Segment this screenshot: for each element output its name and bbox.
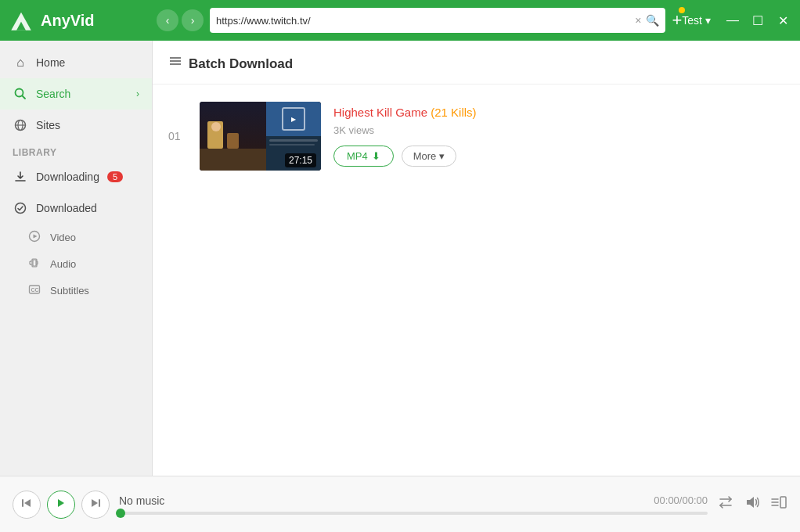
downloaded-icon bbox=[13, 200, 28, 216]
downloading-badge: 5 bbox=[107, 171, 123, 182]
sites-icon bbox=[13, 117, 28, 133]
sidebar-label-sites: Sites bbox=[36, 119, 60, 131]
svg-marker-24 bbox=[747, 497, 754, 508]
batch-download-icon bbox=[168, 55, 182, 73]
sidebar-label-downloaded: Downloaded bbox=[36, 202, 97, 214]
url-text: https://www.twitch.tv/ bbox=[216, 15, 630, 27]
sidebar-item-downloading[interactable]: Downloading 5 bbox=[0, 161, 152, 192]
library-section-label: Library bbox=[0, 141, 152, 161]
username: Test bbox=[682, 14, 702, 27]
back-button[interactable]: ‹ bbox=[157, 9, 178, 31]
logo-icon bbox=[8, 7, 34, 34]
svg-line-3 bbox=[23, 96, 26, 99]
video-icon bbox=[28, 230, 42, 244]
svg-marker-20 bbox=[24, 499, 31, 507]
prev-button[interactable] bbox=[13, 491, 41, 519]
nav-arrows: ‹ › bbox=[157, 9, 204, 31]
svg-line-13 bbox=[30, 264, 31, 265]
title-bar: AnyVid ‹ › https://www.twitch.tv/ × 🔍 + … bbox=[0, 0, 800, 41]
subtitles-icon: CC bbox=[28, 283, 42, 297]
repeat-button[interactable] bbox=[717, 494, 734, 515]
sidebar-item-downloaded[interactable]: Downloaded bbox=[0, 192, 152, 224]
next-icon bbox=[90, 498, 101, 511]
player-controls bbox=[13, 491, 110, 519]
sidebar-label-search: Search bbox=[36, 88, 70, 100]
duration-overlay: 27:15 bbox=[200, 150, 321, 171]
sidebar-item-home[interactable]: ⌂ Home bbox=[0, 47, 152, 78]
player-bar: No music 00:00/00:00 bbox=[0, 476, 800, 532]
video-number: 01 bbox=[168, 130, 187, 142]
progress-fill bbox=[119, 512, 122, 515]
sidebar-label-downloading: Downloading bbox=[36, 171, 99, 183]
svg-line-12 bbox=[30, 261, 31, 262]
content-area: Batch Download 01 bbox=[153, 41, 800, 476]
window-controls: — ☐ ✕ bbox=[723, 11, 792, 30]
user-area[interactable]: Test ▾ bbox=[682, 14, 711, 27]
mp4-download-button[interactable]: MP4 ⬇ bbox=[333, 146, 394, 167]
notification-dot bbox=[679, 7, 685, 13]
video-duration: 27:15 bbox=[285, 153, 316, 167]
url-clear-button[interactable]: × bbox=[635, 14, 641, 27]
downloading-icon bbox=[13, 169, 28, 185]
svg-marker-23 bbox=[92, 499, 98, 507]
user-chevron-icon: ▾ bbox=[705, 14, 711, 27]
sidebar-label-home: Home bbox=[36, 56, 65, 69]
close-button[interactable]: ✕ bbox=[773, 11, 792, 30]
video-info: Highest Kill Game (21 Kills) 3K views MP… bbox=[333, 106, 784, 167]
audio-icon bbox=[28, 257, 42, 271]
volume-button[interactable] bbox=[744, 494, 761, 515]
playlist-icon bbox=[770, 494, 787, 515]
home-icon: ⌂ bbox=[13, 55, 28, 70]
forward-button[interactable]: › bbox=[182, 9, 204, 31]
sidebar: ⌂ Home Search › Sites Lib bbox=[0, 41, 153, 476]
app-name: AnyVid bbox=[41, 12, 95, 30]
chevron-down-icon: ▾ bbox=[439, 150, 445, 162]
svg-rect-22 bbox=[99, 499, 100, 507]
video-title-kills: (21 Kills) bbox=[431, 106, 476, 119]
track-time: 00:00/00:00 bbox=[654, 494, 708, 506]
page-title: Batch Download bbox=[189, 56, 293, 72]
progress-dot bbox=[116, 509, 125, 518]
sidebar-sub-video[interactable]: Video bbox=[0, 224, 152, 250]
svg-rect-25 bbox=[780, 497, 786, 508]
search-icon bbox=[13, 86, 28, 102]
video-title-main: Highest Kill Game bbox=[333, 106, 431, 119]
video-list: 01 bbox=[153, 84, 800, 476]
repeat-icon bbox=[717, 494, 734, 515]
download-icon: ⬇ bbox=[372, 150, 380, 162]
sidebar-item-sites[interactable]: Sites bbox=[0, 110, 152, 141]
audio-label: Audio bbox=[50, 258, 76, 270]
track-name: No music bbox=[119, 494, 164, 507]
svg-text:CC: CC bbox=[31, 287, 39, 293]
video-title: Highest Kill Game (21 Kills) bbox=[333, 106, 784, 120]
more-options-button[interactable]: More ▾ bbox=[402, 146, 457, 167]
minimize-button[interactable]: — bbox=[723, 11, 742, 30]
player-track: No music 00:00/00:00 bbox=[119, 494, 708, 507]
video-views: 3K views bbox=[333, 124, 784, 136]
url-search-icon: 🔍 bbox=[646, 14, 659, 27]
player-right-controls bbox=[717, 494, 787, 515]
play-button[interactable] bbox=[47, 491, 75, 519]
prev-icon bbox=[21, 498, 32, 511]
video-thumbnail: ▶ 27:15 bbox=[200, 102, 321, 171]
progress-bar[interactable] bbox=[119, 512, 708, 515]
svg-rect-19 bbox=[22, 499, 23, 507]
content-header: Batch Download bbox=[153, 41, 800, 84]
player-info: No music 00:00/00:00 bbox=[119, 494, 708, 515]
sidebar-item-search[interactable]: Search › bbox=[0, 78, 152, 110]
url-bar[interactable]: https://www.twitch.tv/ × 🔍 bbox=[210, 8, 665, 33]
svg-marker-10 bbox=[34, 235, 38, 239]
video-actions: MP4 ⬇ More ▾ bbox=[333, 146, 784, 167]
playlist-button[interactable] bbox=[770, 494, 787, 515]
maximize-button[interactable]: ☐ bbox=[748, 11, 767, 30]
volume-icon bbox=[744, 494, 761, 515]
main-layout: ⌂ Home Search › Sites Lib bbox=[0, 41, 800, 476]
sidebar-sub-audio[interactable]: Audio bbox=[0, 250, 152, 277]
svg-point-8 bbox=[16, 203, 26, 214]
next-button[interactable] bbox=[81, 491, 110, 519]
svg-marker-21 bbox=[58, 499, 64, 507]
add-tab-button[interactable]: + bbox=[672, 10, 682, 31]
sidebar-sub-subtitles[interactable]: CC Subtitles bbox=[0, 277, 152, 304]
logo-area: AnyVid bbox=[8, 7, 157, 34]
search-arrow-icon: › bbox=[136, 88, 139, 99]
